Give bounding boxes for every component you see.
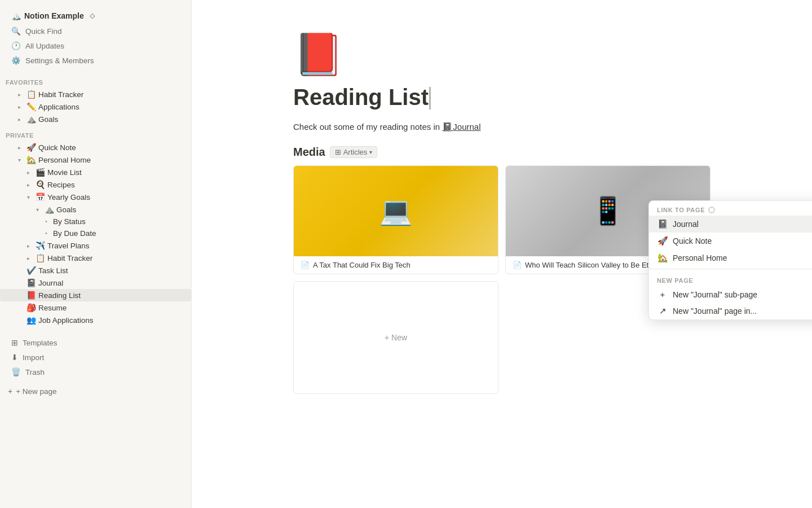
by-due-date-label: By Due Date: [53, 229, 186, 238]
chevron-down-icon: [33, 205, 42, 214]
popup-new-page-in-label: New "Journal" page in...: [673, 306, 757, 316]
sidebar-item-quick-note[interactable]: 🚀 Quick Note: [0, 141, 191, 154]
popup-new-page-in[interactable]: ↗ New "Journal" page in...: [649, 303, 812, 319]
sidebar-item-task-list[interactable]: ✔️ Task List: [0, 264, 191, 277]
loading-spinner: [708, 207, 715, 213]
page-icon: 📕: [293, 34, 710, 75]
workspace-icon: 🏔️: [11, 11, 21, 20]
main-content: 📕 Reading List Check out some of my read…: [192, 0, 812, 508]
sidebar-item-habit-tracker-fav[interactable]: 📋 Habit Tracker: [0, 88, 191, 100]
sidebar-item-by-status[interactable]: • By Status: [0, 216, 191, 227]
sidebar-item-journal[interactable]: 📓 Journal: [0, 277, 191, 289]
templates-action[interactable]: ⊞ Templates: [6, 335, 186, 350]
new-page-icon: +: [8, 387, 12, 396]
sidebar-item-travel-plans[interactable]: ✈️ Travel Plans: [0, 239, 191, 252]
cursor: [430, 87, 430, 110]
trash-action[interactable]: 🗑️ Trash: [6, 365, 186, 379]
goals-sub-icon: ⛰️: [44, 205, 54, 214]
workspace-header: 🏔️ Notion Example ◇ 🔍 Quick Find 🕐 All U…: [0, 6, 191, 72]
resume-icon: 🎒: [26, 303, 36, 312]
sidebar-item-by-due-date[interactable]: • By Due Date: [0, 227, 191, 239]
new-card-button[interactable]: + New: [293, 281, 498, 394]
quick-note-icon: 🚀: [26, 143, 36, 152]
sidebar-item-applications-fav[interactable]: ✏️ Applications: [0, 100, 191, 113]
sidebar-item-habit-tracker[interactable]: 📋 Habit Tracker: [0, 252, 191, 264]
page-title: Reading List: [293, 84, 710, 111]
media-title: Media: [293, 146, 325, 159]
view-label: Articles: [343, 148, 368, 156]
personal-home-label: Personal Home: [38, 156, 186, 164]
card-1-label: 📄 A Tax That Could Fix Big Tech: [294, 256, 498, 274]
sidebar-item-goals-sub[interactable]: ⛰️ Goals: [0, 203, 191, 216]
all-updates-action[interactable]: 🕐 All Updates: [6, 38, 186, 53]
import-action[interactable]: ⬇ Import: [6, 350, 186, 365]
popup-item-quick-note[interactable]: 🚀 Quick Note: [649, 233, 812, 249]
sidebar-item-resume[interactable]: 🎒 Resume: [0, 301, 191, 314]
goals-sub-label: Goals: [56, 205, 186, 214]
chevron-right-icon: [24, 180, 33, 189]
task-list-icon: ✔️: [26, 266, 36, 275]
habit-tracker-fav-label: Habit Tracker: [38, 90, 186, 99]
settings-action[interactable]: ⚙️ Settings & Members: [6, 53, 186, 68]
popup-item-personal-home[interactable]: 🏡 Personal Home: [649, 249, 812, 266]
new-card-label: + New: [385, 333, 407, 342]
habit-tracker-icon: 📋: [35, 253, 45, 262]
workspace-title[interactable]: 🏔️ Notion Example ◇: [6, 8, 186, 24]
travel-plans-icon: ✈️: [35, 241, 45, 250]
popup-journal-icon: 📓: [657, 219, 668, 229]
yearly-goals-icon: 📅: [35, 192, 45, 202]
journal-icon: 📓: [26, 278, 36, 287]
habit-tracker-label: Habit Tracker: [47, 254, 186, 262]
journal-link-inline[interactable]: 📓Journal: [442, 122, 480, 132]
resume-label: Resume: [38, 304, 186, 312]
applications-fav-icon: ✏️: [26, 102, 36, 111]
gallery-card-1[interactable]: 📄 A Tax That Could Fix Big Tech: [293, 165, 498, 274]
popup-arrow-icon: ↗: [657, 306, 668, 316]
chevron-right-icon: [24, 253, 33, 262]
journal-label: Journal: [38, 279, 186, 287]
chevron-down-icon: [24, 192, 33, 202]
reading-list-icon: 📕: [26, 291, 36, 300]
popup-personal-home-label: Personal Home: [673, 253, 727, 262]
popup-add-icon: +: [657, 290, 668, 299]
templates-label: Templates: [23, 339, 58, 347]
recipes-label: Recipes: [47, 181, 186, 189]
new-page-button[interactable]: + + New page: [6, 384, 186, 398]
habit-tracker-fav-icon: 📋: [26, 90, 36, 99]
settings-label: Settings & Members: [25, 56, 94, 65]
applications-fav-label: Applications: [38, 103, 186, 111]
view-selector[interactable]: ⊞ Articles ▾: [330, 146, 378, 158]
sidebar-item-job-applications[interactable]: 👥 Job Applications: [0, 314, 191, 326]
media-header: Media ⊞ Articles ▾: [293, 146, 710, 159]
popup-quick-note-label: Quick Note: [673, 237, 712, 246]
sidebar-item-movie-list[interactable]: 🎬 Movie List: [0, 166, 191, 178]
chevron-right-icon: [24, 241, 33, 250]
recipes-icon: 🍳: [35, 180, 45, 189]
movie-list-icon: 🎬: [35, 168, 45, 177]
sidebar-item-reading-list[interactable]: 📕 Reading List: [0, 289, 191, 301]
by-status-label: By Status: [53, 217, 186, 226]
workspace-settings-icon: ◇: [90, 12, 95, 20]
sidebar-item-recipes[interactable]: 🍳 Recipes: [0, 178, 191, 191]
sidebar-item-personal-home[interactable]: 🏡 Personal Home: [0, 154, 191, 166]
chevron-right-icon: [15, 90, 24, 99]
movie-list-label: Movie List: [47, 168, 186, 177]
sidebar-item-yearly-goals[interactable]: 📅 Yearly Goals: [0, 191, 191, 203]
trash-icon: 🗑️: [11, 367, 21, 376]
popup-new-sub-page[interactable]: + New "Journal" sub-page: [649, 286, 812, 303]
quick-find-action[interactable]: 🔍 Quick Find: [6, 24, 186, 38]
popup-item-journal[interactable]: 📓 Journal: [649, 216, 812, 233]
sidebar-item-goals-fav[interactable]: ⛰️ Goals: [0, 113, 191, 125]
goals-fav-label: Goals: [38, 115, 186, 124]
workspace-name: Notion Example: [24, 11, 84, 20]
private-section-label: PRIVATE: [0, 125, 191, 141]
popup-journal-label: Journal: [673, 220, 699, 229]
chevron-down-icon: [15, 155, 24, 164]
job-applications-icon: 👥: [26, 316, 36, 325]
popup-new-section-label: NEW PAGE: [649, 271, 812, 286]
reading-list-label: Reading List: [38, 291, 186, 300]
popup-divider: [649, 269, 812, 269]
settings-icon: ⚙️: [11, 56, 21, 65]
popup-personal-home-icon: 🏡: [657, 253, 668, 263]
chevron-down-icon: ▾: [369, 149, 372, 155]
